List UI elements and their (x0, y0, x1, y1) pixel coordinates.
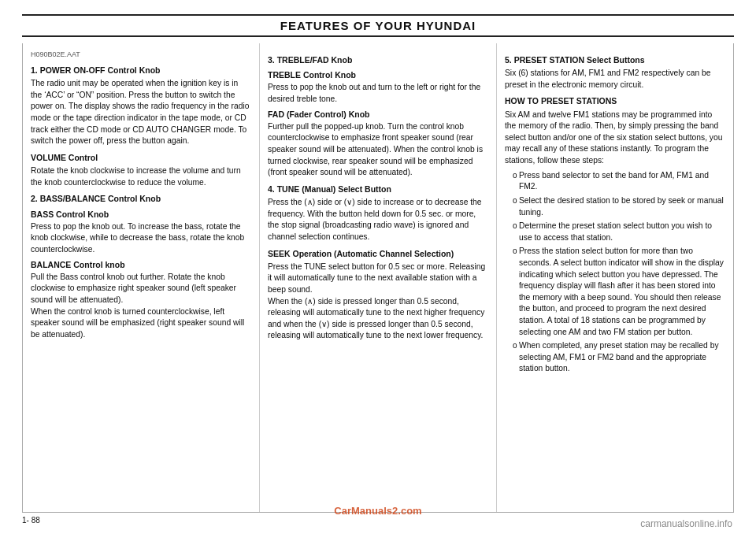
treble-body: Press to pop the knob out and turn to th… (268, 82, 488, 105)
preset-step-item: Press band selector to set the band for … (513, 170, 725, 193)
fad-body: Further pull the popped-up knob. Turn th… (268, 121, 488, 179)
doc-id: H090B02E.AAT (31, 50, 251, 60)
section5-body: Six (6) stations for AM, FM1 and FM2 res… (505, 68, 725, 91)
page-title: FEATURES OF YOUR HYUNDAI (22, 14, 734, 37)
preset-steps-list: Press band selector to set the band for … (513, 170, 725, 375)
section2-heading: 2. BASS/BALANCE Control Knob (31, 193, 251, 205)
seek-body: Press the TUNE select button for 0.5 sec… (268, 261, 488, 342)
content-area: H090B02E.AAT 1. POWER ON-OFF Control Kno… (22, 43, 734, 513)
volume-body: Rotate the knob clockwise to increase th… (31, 165, 251, 188)
page: FEATURES OF YOUR HYUNDAI H090B02E.AAT 1.… (0, 0, 756, 534)
column-2: 3. TREBLE/FAD Knob TREBLE Control Knob P… (260, 43, 497, 512)
bass-body: Press to pop the knob out. To increase t… (31, 221, 251, 256)
section1-heading: 1. POWER ON-OFF Control Knob (31, 65, 251, 76)
fad-heading: FAD (Fader Control) Knob (268, 109, 488, 121)
preset-step-item: Press the station select button for more… (513, 246, 725, 338)
section5-heading: 5. PRESET STATION Select Buttons (505, 54, 725, 66)
bass-heading: BASS Control Knob (31, 209, 251, 221)
volume-heading: VOLUME Control (31, 152, 251, 164)
balance-body: Pull the Bass control knob out further. … (31, 272, 251, 341)
balance-heading: BALANCE Control knob (31, 259, 251, 271)
preset-step-item: Select the desired station to be stored … (513, 195, 725, 218)
section4-body: Press the (∧) side or (∨) side to increa… (268, 197, 488, 243)
section4-heading: 4. TUNE (Manual) Select Button (268, 184, 488, 195)
how-to-preset-heading: HOW TO PRESET STATIONS (505, 95, 725, 107)
page-footer: 1- 88 (22, 516, 734, 525)
seek-heading: SEEK Operation (Automatic Channel Select… (268, 248, 488, 260)
section3-heading: 3. TREBLE/FAD Knob (268, 54, 488, 66)
section1-body: The radio unit may be operated when the … (31, 78, 251, 147)
page-number: 1- 88 (22, 516, 40, 525)
preset-step-item: When completed, any preset station may b… (513, 340, 725, 375)
column-3: 5. PRESET STATION Select Buttons Six (6)… (497, 43, 733, 512)
treble-heading: TREBLE Control Knob (268, 69, 488, 81)
how-to-preset-body: Six AM and twelve FM1 stations may be pr… (505, 109, 725, 167)
column-1: H090B02E.AAT 1. POWER ON-OFF Control Kno… (23, 43, 260, 512)
preset-step-item: Determine the preset station select butt… (513, 221, 725, 243)
